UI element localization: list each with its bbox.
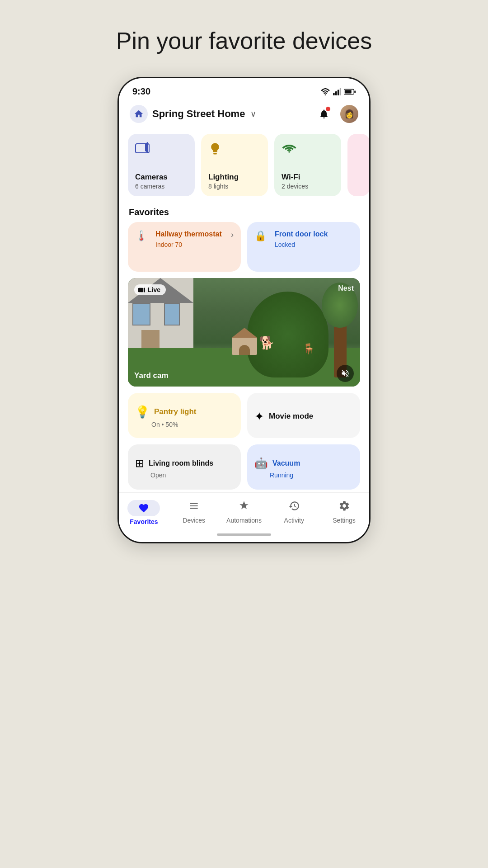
vacuum-icon: 🤖 [254,457,268,470]
nav-activity-label: Activity [284,517,304,524]
cameras-count: 6 cameras [135,183,188,190]
camera-small-icon [138,287,145,293]
svg-point-10 [288,151,290,153]
header-right-actions: 👩 [316,105,358,123]
signal-bars-icon [333,88,341,95]
categories-row: Cameras 6 cameras Lighting 8 lights Wi-F… [119,129,369,201]
favorite-card-vacuum[interactable]: 🤖 Vacuum Running [247,444,360,490]
door-lock-icon: 🔒 [254,230,267,242]
scene-pet: 🐕 [259,335,275,350]
favorites-section-label: Favorites [119,201,369,222]
phone-shell: 9:30 [117,77,371,543]
home-bar [217,533,271,536]
svg-rect-11 [138,288,143,292]
pantry-light-status: On • 50% [135,421,234,428]
svg-rect-7 [354,90,356,93]
thermostat-chevron-icon: › [231,230,234,240]
camera-icon [135,142,150,154]
favorite-card-door-lock[interactable]: 🔒 Front door lock Locked [247,222,360,272]
movie-mode-icon: ✦ [254,410,264,424]
nav-item-activity[interactable]: Activity [269,497,319,528]
svg-rect-3 [338,90,339,95]
svg-marker-9 [145,142,148,153]
bottom-cards-row1: 💡 Pantry light On • 50% ✦ Movie mode [119,393,369,444]
app-header: Spring Street Home ∨ 👩 [119,100,369,129]
camera-brand-label: Nest [338,284,354,292]
movie-mode-name: Movie mode [269,412,313,421]
cameras-label: Cameras [135,173,188,182]
mute-icon [341,369,350,378]
live-badge: Live [134,284,166,295]
nav-item-settings[interactable]: Settings [319,497,369,528]
thermostat-icon: 🌡️ [135,230,147,242]
scene-window-2 [164,303,180,326]
scene-chairs: 🪑 [303,343,315,355]
nav-activity-icon [288,500,300,515]
home-selector[interactable]: Spring Street Home ∨ [130,105,256,123]
door-lock-name: Front door lock [275,230,328,238]
svg-rect-6 [345,90,352,93]
bottom-navigation: Favorites Devices Automations [119,492,369,530]
nav-settings-label: Settings [333,517,356,524]
camera-mute-button[interactable] [337,365,354,382]
status-time: 9:30 [132,86,150,97]
home-icon [134,109,144,119]
home-indicator [119,530,369,542]
svg-rect-4 [340,88,341,95]
status-bar: 9:30 [119,78,369,100]
svg-rect-2 [335,91,337,95]
nav-item-automations[interactable]: Automations [219,497,269,528]
category-card-partial[interactable] [347,134,369,196]
lighting-count: 8 lights [208,183,261,190]
category-card-lighting[interactable]: Lighting 8 lights [201,134,268,196]
nav-favorites-icon [138,503,149,514]
home-selector-chevron-icon: ∨ [250,109,256,119]
nav-item-devices[interactable]: Devices [169,497,219,528]
notification-dot [326,107,330,111]
pantry-light-icon: 💡 [135,405,150,419]
scene-window [132,303,150,326]
favorite-card-pantry-light[interactable]: 💡 Pantry light On • 50% [128,393,241,438]
scene-doghouse [232,328,257,355]
nav-automations-icon [238,500,250,515]
notifications-button[interactable] [316,106,332,122]
page-title: Pin your favorite devices [116,27,372,54]
wifi-icon [282,142,297,154]
category-card-cameras[interactable]: Cameras 6 cameras [128,134,195,196]
blinds-status: Open [135,472,234,479]
blinds-icon: ⊞ [135,457,144,470]
svg-rect-1 [333,93,335,95]
live-label: Live [148,286,160,293]
home-name-label: Spring Street Home [152,108,245,120]
camera-feed[interactable]: 🐕 🪑 Live Nest Yard cam [128,278,360,387]
vacuum-name: Vacuum [272,459,300,467]
lighting-icon [208,142,222,156]
bottom-cards-row2: ⊞ Living room blinds Open 🤖 Vacuum Runni… [119,444,369,492]
favorite-card-blinds[interactable]: ⊞ Living room blinds Open [128,444,241,490]
scene-bushes [247,292,328,377]
nav-automations-label: Automations [226,517,262,524]
favorite-card-movie-mode[interactable]: ✦ Movie mode [247,393,360,438]
nav-settings-icon [338,500,350,515]
category-card-wifi[interactable]: Wi-Fi 2 devices [274,134,341,196]
thermostat-name: Hallway thermostat [155,230,222,238]
home-icon-background [130,105,148,123]
wifi-count: 2 devices [282,183,334,190]
thermostat-status: Indoor 70 [155,241,222,248]
wifi-label: Wi-Fi [282,173,334,182]
svg-marker-12 [144,287,145,292]
blinds-name: Living room blinds [149,459,213,467]
nav-favorites-label: Favorites [130,518,158,525]
camera-name-label: Yard cam [134,371,169,380]
pantry-light-name: Pantry light [154,407,197,416]
nav-devices-icon [188,500,200,515]
door-lock-status: Locked [275,241,328,248]
nav-item-favorites[interactable]: Favorites [119,497,169,528]
status-icons [320,88,356,95]
nav-devices-label: Devices [183,517,205,524]
wifi-signal-icon [320,88,330,95]
favorites-row: 🌡️ Hallway thermostat Indoor 70 › 🔒 Fron… [119,222,369,278]
lighting-label: Lighting [208,173,261,182]
user-avatar[interactable]: 👩 [340,105,358,123]
favorite-card-thermostat[interactable]: 🌡️ Hallway thermostat Indoor 70 › [128,222,241,272]
